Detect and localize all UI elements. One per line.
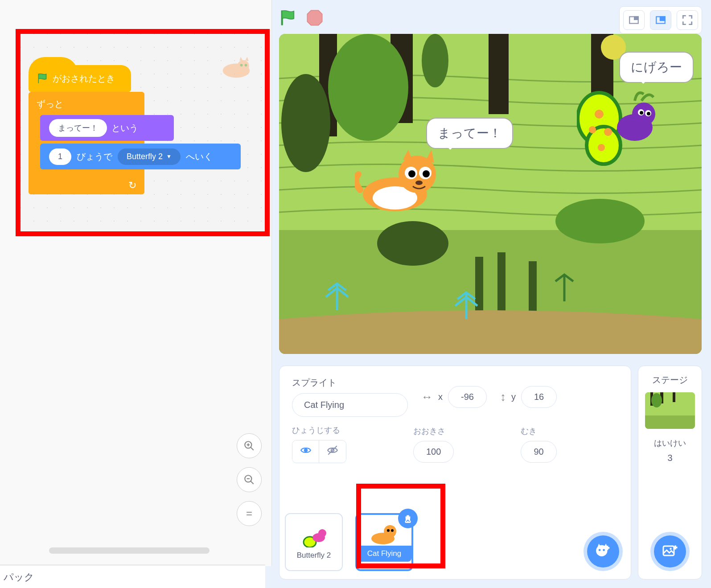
sprite-tile-cat-flying[interactable]: Cat Flying xyxy=(355,513,413,571)
sprite-title: スプライト xyxy=(292,377,404,389)
add-sprite-button[interactable] xyxy=(587,535,619,567)
svg-point-73 xyxy=(670,548,672,550)
add-backdrop-button[interactable] xyxy=(654,535,686,567)
svg-point-60 xyxy=(384,525,396,538)
forever-block[interactable]: ずっと まってー！ という 1 びょうで Butterfly 2 ▼ へいく xyxy=(29,92,144,194)
svg-point-42 xyxy=(632,103,655,126)
sprite-tile-label: Cat Flying xyxy=(357,546,411,562)
backdrop-count: 3 xyxy=(667,453,672,463)
stage-thumbnail[interactable] xyxy=(645,392,695,429)
svg-point-71 xyxy=(651,393,662,407)
green-flag-button[interactable] xyxy=(279,9,297,27)
svg-rect-29 xyxy=(497,252,506,315)
svg-point-61 xyxy=(387,529,390,532)
svg-rect-13 xyxy=(634,16,638,20)
speech-bubble-butterfly: にげろー xyxy=(619,52,694,83)
butterfly-thumb-icon xyxy=(298,524,329,547)
glide-suffix: へいく xyxy=(186,151,213,163)
svg-rect-70 xyxy=(673,392,675,402)
hat-block-label: がおされたとき xyxy=(53,73,115,85)
hide-sprite-button[interactable] xyxy=(319,440,346,463)
svg-point-24 xyxy=(422,34,448,87)
forever-label: ずっと xyxy=(29,92,144,116)
zoom-in-button[interactable] xyxy=(237,433,262,458)
script-workspace[interactable]: がおされたとき ずっと まってー！ という 1 びょうで Butterfly 2… xyxy=(0,0,272,566)
chevron-down-icon: ▼ xyxy=(166,153,172,160)
svg-point-49 xyxy=(604,128,612,136)
eye-off-icon xyxy=(327,444,338,459)
svg-point-51 xyxy=(304,449,307,452)
event-hat-block[interactable]: がおされたとき xyxy=(29,65,131,92)
sprite-tile-butterfly[interactable]: Butterfly 2 xyxy=(285,513,343,571)
svg-point-26 xyxy=(377,221,448,266)
glide-mid-label: びょうで xyxy=(77,151,112,163)
zoom-out-button[interactable] xyxy=(237,467,262,492)
size-input[interactable]: 100 xyxy=(413,441,454,463)
cat-thumb-icon xyxy=(369,522,400,546)
direction-input[interactable]: 90 xyxy=(521,441,556,463)
green-flag-icon xyxy=(37,73,48,84)
zoom-reset-button[interactable]: = xyxy=(237,501,262,526)
large-stage-button[interactable] xyxy=(650,10,671,30)
svg-point-3 xyxy=(245,64,247,66)
stage-selector-panel: ステージ はいけい 3 xyxy=(638,366,702,580)
svg-point-2 xyxy=(240,64,243,66)
glide-seconds-input[interactable]: 1 xyxy=(49,148,71,165)
butterfly-sprite[interactable] xyxy=(577,87,666,168)
say-suffix: という xyxy=(111,122,138,134)
highlight-box-scripts: がおされたとき ずっと まってー！ という 1 びょうで Butterfly 2… xyxy=(16,29,270,236)
svg-point-22 xyxy=(281,74,330,172)
svg-rect-30 xyxy=(529,261,537,315)
stop-button[interactable] xyxy=(306,9,324,27)
horizontal-scrollbar[interactable] xyxy=(49,547,210,554)
say-text-input[interactable]: まってー！ xyxy=(49,119,107,137)
svg-point-48 xyxy=(589,126,596,133)
svg-point-45 xyxy=(640,111,643,115)
x-value-input[interactable]: -96 xyxy=(448,386,487,408)
svg-point-1 xyxy=(238,60,249,72)
svg-point-65 xyxy=(603,549,605,551)
stage-size-controls xyxy=(619,6,702,34)
svg-point-62 xyxy=(391,529,394,532)
show-label: ひょうじする xyxy=(292,425,346,436)
direction-label: むき xyxy=(521,426,556,436)
glide-target-dropdown[interactable]: Butterfly 2 ▼ xyxy=(118,148,181,165)
svg-rect-72 xyxy=(663,546,674,555)
svg-line-9 xyxy=(251,481,254,484)
svg-marker-11 xyxy=(307,10,322,25)
glide-to-block[interactable]: 1 びょうで Butterfly 2 ▼ へいく xyxy=(40,144,241,169)
svg-point-50 xyxy=(598,144,605,151)
sprite-tile-label: Butterfly 2 xyxy=(297,551,331,560)
y-arrow-icon: ↕ xyxy=(500,390,506,404)
svg-point-27 xyxy=(555,199,645,243)
x-label: x xyxy=(438,392,443,402)
stage[interactable]: まってー！ にげろー xyxy=(279,34,702,354)
say-block[interactable]: まってー！ という xyxy=(40,115,174,141)
fullscreen-button[interactable] xyxy=(677,10,698,30)
svg-rect-15 xyxy=(660,16,665,21)
sprite-name-input[interactable] xyxy=(292,393,408,417)
y-label: y xyxy=(511,392,516,402)
y-value-input[interactable]: 16 xyxy=(521,386,557,408)
eye-icon xyxy=(300,444,312,459)
svg-point-36 xyxy=(408,170,415,177)
backpack-label: パック xyxy=(4,572,34,583)
delete-sprite-button[interactable] xyxy=(398,509,418,528)
backdrop-label: はいけい xyxy=(654,438,686,448)
svg-point-46 xyxy=(647,112,650,115)
svg-line-53 xyxy=(328,446,337,455)
svg-point-37 xyxy=(423,170,430,177)
show-sprite-button[interactable] xyxy=(292,440,319,463)
svg-point-38 xyxy=(415,181,423,185)
svg-line-5 xyxy=(251,447,254,450)
size-label: おおきさ xyxy=(413,426,454,436)
small-stage-button[interactable] xyxy=(623,10,645,30)
svg-rect-67 xyxy=(645,415,695,429)
backpack-panel[interactable]: パック xyxy=(0,565,265,588)
svg-point-57 xyxy=(318,529,326,537)
loop-arrow-icon: ↻ xyxy=(128,180,136,191)
svg-point-23 xyxy=(328,34,408,141)
svg-rect-20 xyxy=(489,34,509,114)
cat-flying-sprite[interactable] xyxy=(355,150,444,217)
svg-rect-58 xyxy=(405,521,411,523)
